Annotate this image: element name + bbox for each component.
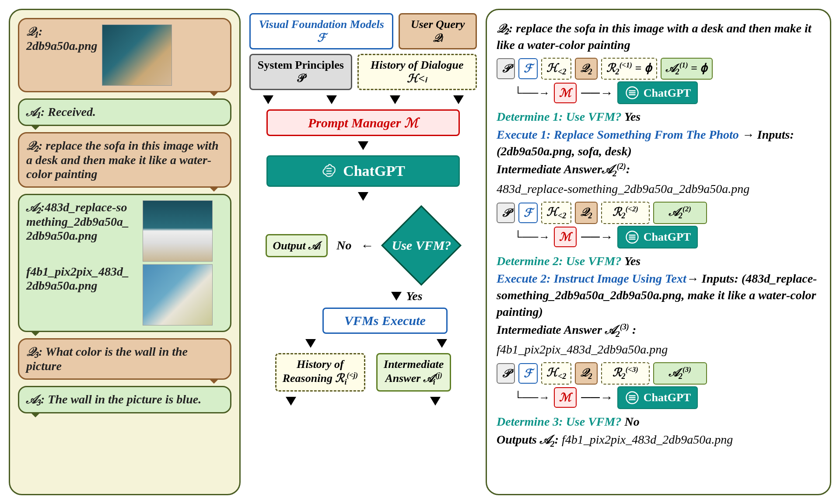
tok-m: ℳ (554, 387, 577, 408)
tok-h: ℋ<2 (541, 202, 571, 224)
tok-f: ℱ (518, 203, 538, 223)
exe2-body: : Instruct Image Using Text (546, 272, 686, 285)
ia1-label: Intermediate Answer (497, 162, 602, 176)
q2-text: 𝒬₂: replace the sofa in this image with … (26, 139, 218, 181)
det2-a: Yes (621, 254, 640, 268)
query-2-bubble: 𝒬₂: replace the sofa in this image with … (18, 132, 231, 188)
out-val: f4b1_pix2pix_483d_2db9a50a.png (562, 433, 733, 446)
desk-image-thumbnail (143, 200, 213, 262)
yes-label: Yes (406, 289, 422, 303)
q1-filename: 2db9a50a.png (26, 39, 98, 52)
ia1-colon: : (626, 162, 630, 176)
tok-gpt: ChatGPT (617, 81, 698, 104)
tok-p: 𝒫 (497, 203, 515, 223)
tok-f: ℱ (518, 58, 538, 79)
history-dialogue-box: History of Dialogue ℋ<ᵢ (357, 54, 477, 90)
prompt-manager-box: Prompt Manager ℳ (266, 109, 460, 136)
a2-label: 𝒜₂: (26, 200, 45, 214)
exe1-arrow: → (739, 128, 757, 141)
dialogue-panel: 𝒬₁: 2db9a50a.png 𝒜₁: Received. 𝒬₂: repla… (9, 9, 241, 495)
tok-p: 𝒫 (497, 58, 515, 79)
ia1-sym: 𝒜2(2) (602, 162, 626, 176)
ia2-val: f4b1_pix2pix_483d_2db9a50a.png (497, 341, 820, 358)
arrow-icon (390, 95, 400, 104)
answer-1-bubble: 𝒜₁: Received. (18, 98, 231, 126)
tok-p: 𝒫 (497, 363, 515, 384)
sofa-image-thumbnail (102, 24, 172, 86)
det3-a: No (621, 415, 639, 428)
decision-diamond: Use VFM? (382, 206, 461, 285)
exe2-label: Execute 2 (497, 272, 546, 285)
query-3-bubble: 𝒬₃: What color is the wall in the pictur… (18, 338, 231, 380)
user-query-box: User Query 𝒬ᵢ (399, 13, 477, 49)
tok-m: ℳ (554, 83, 577, 103)
out-label: Outputs (497, 433, 540, 446)
det1-a: Yes (621, 110, 640, 123)
token-row-1: 𝒫 ℱ ℋ<2 𝒬2 ℛ2(<1) = ϕ 𝒜2(1) = ϕ (497, 58, 820, 80)
openai-logo-icon (321, 163, 337, 179)
det3-q: : Use VFM? (559, 415, 621, 428)
tok-a1: 𝒜2(1) = ϕ (661, 58, 713, 80)
tok-a3: 𝒜2(3) (653, 362, 707, 385)
arrow-icon (437, 339, 447, 348)
token-row-2: 𝒫 ℱ ℋ<2 𝒬2 ℛ2(<2) 𝒜2(2) (497, 202, 820, 224)
vfm-box: Visual Foundation Models ℱ (249, 13, 393, 49)
tok-q: 𝒬2 (575, 58, 597, 80)
answer-3-bubble: 𝒜₃: The wall in the picture is blue. (18, 386, 231, 413)
chatgpt-box: ChatGPT (266, 155, 460, 187)
tok-h: ℋ<2 (541, 362, 571, 385)
exe2-arrow: → (686, 272, 702, 285)
exe1-body: : Replace Something From The Photo (546, 128, 738, 141)
tok-q: 𝒬2 (575, 202, 597, 224)
vfms-execute-box: VFMs Execute (322, 308, 448, 334)
tok-m: ℳ (554, 227, 577, 247)
a2-file2: f4b1_pix2pix_483d_2db9a50a.png (26, 265, 135, 293)
q1-label: 𝒬₁: (26, 24, 42, 38)
tok-gpt: ChatGPT (617, 386, 698, 409)
det2-label: Determine 2 (497, 254, 559, 268)
token-row-3: 𝒫 ℱ ℋ<2 𝒬2 ℛ2(<3) 𝒜2(3) (497, 362, 820, 385)
a1-text: 𝒜₁: Received. (26, 105, 96, 119)
arrow-icon (305, 339, 316, 348)
det2-q: : Use VFM? (559, 254, 621, 268)
out-sym: 𝒜2 (540, 433, 555, 446)
det1-q: : Use VFM? (559, 110, 621, 123)
arrow-icon (263, 95, 273, 104)
arrow-icon (453, 95, 464, 104)
tok-q: 𝒬2 (575, 362, 597, 385)
reasoning-trace-panel: 𝒬₂: replace the sofa in this image with … (486, 9, 831, 495)
openai-logo-icon (624, 390, 640, 406)
arrow-icon (358, 192, 368, 201)
tok-gpt: ChatGPT (617, 226, 698, 248)
ia1-val: 483d_replace-something_2db9a50a_2db9a50a… (497, 181, 820, 197)
arrow-icon (358, 141, 368, 150)
openai-logo-icon (624, 85, 640, 101)
ia2-sym: 𝒜2(3) (605, 323, 629, 336)
q3-text: 𝒬₃: What color is the wall in the pictur… (26, 345, 188, 373)
flowchart-panel: Visual Foundation Models ℱ User Query 𝒬ᵢ… (247, 9, 479, 495)
arrow-icon (430, 397, 441, 406)
tok-r3: ℛ2(<3) (601, 362, 650, 385)
watercolor-image-thumbnail (143, 264, 213, 326)
exe1-label: Execute 1 (497, 128, 546, 141)
tok-r1: ℛ2(<1) = ϕ (601, 58, 657, 80)
out-colon: : (555, 433, 562, 446)
ia2-label: Intermediate Answer (497, 323, 605, 336)
tok-f: ℱ (518, 363, 538, 384)
no-label: No (336, 238, 351, 252)
sub-row-3: └──→ ℳ ──→ ChatGPT (514, 386, 820, 409)
a3-text: 𝒜₃: The wall in the picture is blue. (26, 392, 201, 406)
history-reasoning-box: History ofReasoning ℛi(<j) (275, 353, 365, 392)
det3-label: Determine 3 (497, 415, 559, 428)
chatgpt-label: ChatGPT (343, 163, 405, 179)
decision-text: Use VFM? (392, 238, 452, 253)
arrow-icon (391, 292, 402, 301)
tok-r2: ℛ2(<2) (601, 202, 650, 224)
openai-logo-icon (624, 229, 640, 245)
answer-2-bubble: 𝒜₂:483d_replace-something_2db9a50a_2db9a… (18, 194, 231, 332)
system-principles-box: System Principles 𝒫 (249, 54, 352, 90)
sub-row-1: └──→ ℳ ──→ ChatGPT (514, 81, 820, 104)
query-1-bubble: 𝒬₁: 2db9a50a.png (18, 18, 231, 92)
q2-restate: 𝒬₂: replace the sofa in this image with … (497, 20, 820, 53)
tok-a2: 𝒜2(2) (653, 202, 707, 224)
